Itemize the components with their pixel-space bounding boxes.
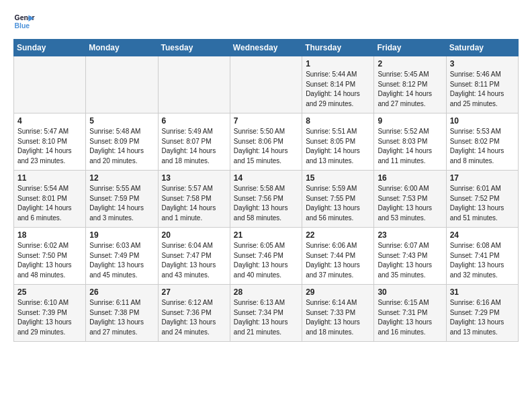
day-number: 25 bbox=[17, 287, 82, 297]
calendar-table: SundayMondayTuesdayWednesdayThursdayFrid… bbox=[13, 39, 519, 342]
calendar-cell: 30Sunrise: 6:15 AMSunset: 7:31 PMDayligh… bbox=[374, 285, 446, 342]
header-friday: Friday bbox=[374, 40, 446, 56]
day-info: Sunrise: 6:00 AMSunset: 7:53 PMDaylight:… bbox=[378, 184, 442, 223]
calendar-cell: 16Sunrise: 6:00 AMSunset: 7:53 PMDayligh… bbox=[374, 171, 446, 228]
logo: General Blue bbox=[13, 11, 35, 32]
calendar-cell: 31Sunrise: 6:16 AMSunset: 7:29 PMDayligh… bbox=[446, 285, 518, 342]
day-number: 10 bbox=[450, 116, 515, 126]
calendar-cell: 14Sunrise: 5:58 AMSunset: 7:56 PMDayligh… bbox=[230, 171, 302, 228]
day-info: Sunrise: 6:08 AMSunset: 7:41 PMDaylight:… bbox=[450, 241, 515, 280]
day-number: 22 bbox=[306, 230, 370, 240]
day-info: Sunrise: 6:14 AMSunset: 7:33 PMDaylight:… bbox=[306, 298, 370, 337]
calendar-cell: 5Sunrise: 5:48 AMSunset: 8:09 PMDaylight… bbox=[86, 113, 158, 171]
week-row-5: 25Sunrise: 6:10 AMSunset: 7:39 PMDayligh… bbox=[14, 285, 519, 342]
calendar-cell: 23Sunrise: 6:07 AMSunset: 7:43 PMDayligh… bbox=[374, 228, 446, 285]
day-info: Sunrise: 5:50 AMSunset: 8:06 PMDaylight:… bbox=[234, 127, 298, 166]
calendar-cell: 24Sunrise: 6:08 AMSunset: 7:41 PMDayligh… bbox=[446, 228, 518, 285]
day-number: 30 bbox=[378, 287, 442, 297]
page-header: General Blue bbox=[13, 11, 519, 32]
week-row-1: 1Sunrise: 5:44 AMSunset: 8:14 PMDaylight… bbox=[14, 56, 519, 113]
header-wednesday: Wednesday bbox=[230, 40, 302, 56]
calendar-cell: 10Sunrise: 5:53 AMSunset: 8:02 PMDayligh… bbox=[446, 113, 518, 171]
header-monday: Monday bbox=[86, 40, 158, 56]
day-info: Sunrise: 5:53 AMSunset: 8:02 PMDaylight:… bbox=[450, 127, 515, 166]
day-info: Sunrise: 5:49 AMSunset: 8:07 PMDaylight:… bbox=[162, 127, 226, 166]
day-info: Sunrise: 6:03 AMSunset: 7:49 PMDaylight:… bbox=[89, 241, 154, 280]
day-number: 12 bbox=[89, 173, 154, 183]
logo-icon: General Blue bbox=[13, 11, 35, 32]
day-info: Sunrise: 5:57 AMSunset: 7:58 PMDaylight:… bbox=[162, 184, 226, 223]
calendar-cell: 20Sunrise: 6:04 AMSunset: 7:47 PMDayligh… bbox=[158, 228, 230, 285]
day-number: 19 bbox=[89, 230, 154, 240]
day-number: 23 bbox=[378, 230, 442, 240]
calendar-cell: 2Sunrise: 5:45 AMSunset: 8:12 PMDaylight… bbox=[374, 56, 446, 113]
calendar-cell bbox=[230, 56, 302, 113]
day-info: Sunrise: 6:01 AMSunset: 7:52 PMDaylight:… bbox=[450, 184, 515, 223]
day-number: 28 bbox=[234, 287, 298, 297]
day-number: 9 bbox=[378, 116, 442, 126]
svg-text:Blue: Blue bbox=[15, 22, 30, 30]
day-info: Sunrise: 5:59 AMSunset: 7:55 PMDaylight:… bbox=[306, 184, 370, 223]
day-info: Sunrise: 5:44 AMSunset: 8:14 PMDaylight:… bbox=[306, 70, 370, 109]
calendar-cell bbox=[14, 56, 86, 113]
calendar-cell: 11Sunrise: 5:54 AMSunset: 8:01 PMDayligh… bbox=[14, 171, 86, 228]
calendar-cell: 8Sunrise: 5:51 AMSunset: 8:05 PMDaylight… bbox=[302, 113, 374, 171]
day-info: Sunrise: 5:45 AMSunset: 8:12 PMDaylight:… bbox=[378, 70, 442, 109]
day-number: 3 bbox=[450, 59, 515, 68]
day-info: Sunrise: 6:04 AMSunset: 7:47 PMDaylight:… bbox=[162, 241, 226, 280]
calendar-cell: 19Sunrise: 6:03 AMSunset: 7:49 PMDayligh… bbox=[86, 228, 158, 285]
day-info: Sunrise: 5:51 AMSunset: 8:05 PMDaylight:… bbox=[306, 127, 370, 166]
calendar-cell: 7Sunrise: 5:50 AMSunset: 8:06 PMDaylight… bbox=[230, 113, 302, 171]
calendar-cell: 3Sunrise: 5:46 AMSunset: 8:11 PMDaylight… bbox=[446, 56, 518, 113]
calendar-cell bbox=[158, 56, 230, 113]
day-number: 14 bbox=[234, 173, 298, 183]
week-row-3: 11Sunrise: 5:54 AMSunset: 8:01 PMDayligh… bbox=[14, 171, 519, 228]
day-number: 8 bbox=[306, 116, 370, 126]
day-number: 20 bbox=[162, 230, 226, 240]
calendar-cell: 29Sunrise: 6:14 AMSunset: 7:33 PMDayligh… bbox=[302, 285, 374, 342]
header-saturday: Saturday bbox=[446, 40, 518, 56]
day-number: 13 bbox=[162, 173, 226, 183]
day-number: 2 bbox=[378, 59, 442, 68]
day-number: 16 bbox=[378, 173, 442, 183]
calendar-cell: 17Sunrise: 6:01 AMSunset: 7:52 PMDayligh… bbox=[446, 171, 518, 228]
day-number: 21 bbox=[234, 230, 298, 240]
calendar-cell: 21Sunrise: 6:05 AMSunset: 7:46 PMDayligh… bbox=[230, 228, 302, 285]
day-number: 26 bbox=[89, 287, 154, 297]
day-info: Sunrise: 6:13 AMSunset: 7:34 PMDaylight:… bbox=[234, 298, 298, 337]
day-info: Sunrise: 6:06 AMSunset: 7:44 PMDaylight:… bbox=[306, 241, 370, 280]
day-number: 7 bbox=[234, 116, 298, 126]
calendar-cell: 4Sunrise: 5:47 AMSunset: 8:10 PMDaylight… bbox=[14, 113, 86, 171]
calendar-cell: 1Sunrise: 5:44 AMSunset: 8:14 PMDaylight… bbox=[302, 56, 374, 113]
day-info: Sunrise: 6:02 AMSunset: 7:50 PMDaylight:… bbox=[17, 241, 82, 280]
day-number: 5 bbox=[89, 116, 154, 126]
calendar-cell: 9Sunrise: 5:52 AMSunset: 8:03 PMDaylight… bbox=[374, 113, 446, 171]
calendar-cell: 22Sunrise: 6:06 AMSunset: 7:44 PMDayligh… bbox=[302, 228, 374, 285]
day-info: Sunrise: 6:05 AMSunset: 7:46 PMDaylight:… bbox=[234, 241, 298, 280]
calendar-cell: 13Sunrise: 5:57 AMSunset: 7:58 PMDayligh… bbox=[158, 171, 230, 228]
day-number: 4 bbox=[17, 116, 82, 126]
header-row: SundayMondayTuesdayWednesdayThursdayFrid… bbox=[14, 40, 519, 56]
day-number: 15 bbox=[306, 173, 370, 183]
day-info: Sunrise: 6:11 AMSunset: 7:38 PMDaylight:… bbox=[89, 298, 154, 337]
day-info: Sunrise: 6:15 AMSunset: 7:31 PMDaylight:… bbox=[378, 298, 442, 337]
day-info: Sunrise: 5:48 AMSunset: 8:09 PMDaylight:… bbox=[89, 127, 154, 166]
day-number: 24 bbox=[450, 230, 515, 240]
calendar-cell: 25Sunrise: 6:10 AMSunset: 7:39 PMDayligh… bbox=[14, 285, 86, 342]
day-number: 17 bbox=[450, 173, 515, 183]
day-info: Sunrise: 5:58 AMSunset: 7:56 PMDaylight:… bbox=[234, 184, 298, 223]
day-info: Sunrise: 5:47 AMSunset: 8:10 PMDaylight:… bbox=[17, 127, 82, 166]
calendar-cell: 27Sunrise: 6:12 AMSunset: 7:36 PMDayligh… bbox=[158, 285, 230, 342]
day-info: Sunrise: 6:12 AMSunset: 7:36 PMDaylight:… bbox=[162, 298, 226, 337]
day-info: Sunrise: 5:52 AMSunset: 8:03 PMDaylight:… bbox=[378, 127, 442, 166]
calendar-cell: 28Sunrise: 6:13 AMSunset: 7:34 PMDayligh… bbox=[230, 285, 302, 342]
header-sunday: Sunday bbox=[14, 40, 86, 56]
header-thursday: Thursday bbox=[302, 40, 374, 56]
day-info: Sunrise: 5:55 AMSunset: 7:59 PMDaylight:… bbox=[89, 184, 154, 223]
day-number: 29 bbox=[306, 287, 370, 297]
day-number: 11 bbox=[17, 173, 82, 183]
day-number: 27 bbox=[162, 287, 226, 297]
day-info: Sunrise: 6:16 AMSunset: 7:29 PMDaylight:… bbox=[450, 298, 515, 337]
calendar-cell: 15Sunrise: 5:59 AMSunset: 7:55 PMDayligh… bbox=[302, 171, 374, 228]
day-info: Sunrise: 5:54 AMSunset: 8:01 PMDaylight:… bbox=[17, 184, 82, 223]
